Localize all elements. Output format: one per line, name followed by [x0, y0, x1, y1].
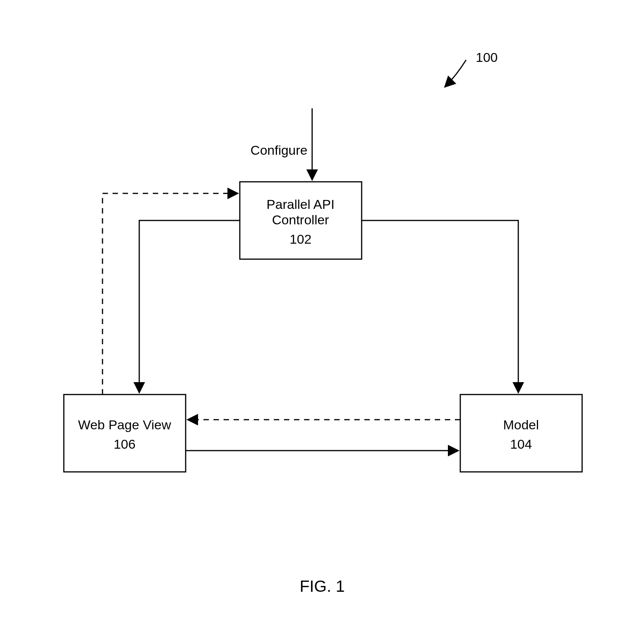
svg-rect-4: [460, 395, 582, 472]
controller-title-line1: Parallel API: [266, 197, 335, 212]
figure-caption: FIG. 1: [300, 577, 345, 595]
view-title: Web Page View: [78, 417, 171, 432]
diagram-canvas: 100 Configure Parallel API Controller 10…: [0, 0, 644, 644]
model-box: Model 104: [460, 395, 582, 472]
model-title: Model: [503, 417, 539, 432]
figure-reference-arrow: 100: [445, 50, 498, 87]
figure-reference-number: 100: [476, 50, 498, 65]
controller-ref: 102: [290, 232, 312, 246]
controller-box: Parallel API Controller 102 Parallel API…: [240, 182, 362, 259]
edge-controller-to-model: [362, 220, 518, 393]
edge-controller-to-view: [139, 220, 240, 393]
model-ref: 104: [510, 437, 532, 451]
edge-view-to-controller: [102, 193, 238, 395]
configure-label: Configure: [251, 143, 307, 157]
view-ref: 106: [114, 437, 136, 451]
configure-arrow: Configure: [251, 108, 312, 180]
svg-rect-3: [64, 395, 186, 472]
view-box: Web Page View 106: [64, 395, 186, 472]
controller-title-line2: Controller: [272, 212, 329, 227]
